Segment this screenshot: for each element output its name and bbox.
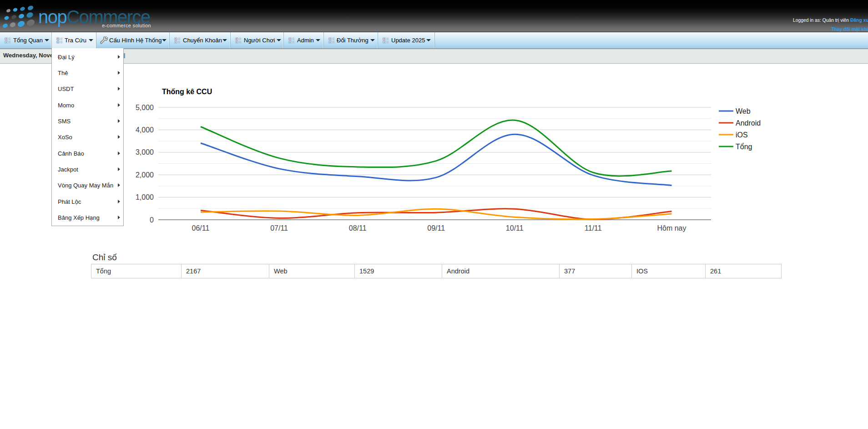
svg-text:1,000: 1,000 (136, 193, 154, 201)
svg-text:2,000: 2,000 (136, 171, 154, 179)
svg-text:Thống kê CCU: Thống kê CCU (162, 88, 212, 96)
svg-text:Android: Android (736, 119, 761, 127)
svg-text:0: 0 (150, 216, 154, 224)
svg-text:09/11: 09/11 (427, 224, 445, 232)
svg-text:Web: Web (736, 107, 751, 115)
svg-text:06/11: 06/11 (192, 224, 210, 232)
svg-text:4,000: 4,000 (136, 126, 154, 134)
svg-text:Tổng: Tổng (736, 143, 752, 151)
svg-text:5,000: 5,000 (136, 104, 154, 111)
svg-text:Hôm nay: Hôm nay (657, 224, 686, 232)
svg-text:10/11: 10/11 (506, 224, 524, 232)
svg-text:3,000: 3,000 (136, 148, 154, 156)
svg-text:iOS: iOS (736, 131, 748, 139)
svg-text:08/11: 08/11 (349, 224, 367, 232)
svg-text:07/11: 07/11 (270, 224, 288, 232)
svg-text:11/11: 11/11 (585, 224, 602, 232)
